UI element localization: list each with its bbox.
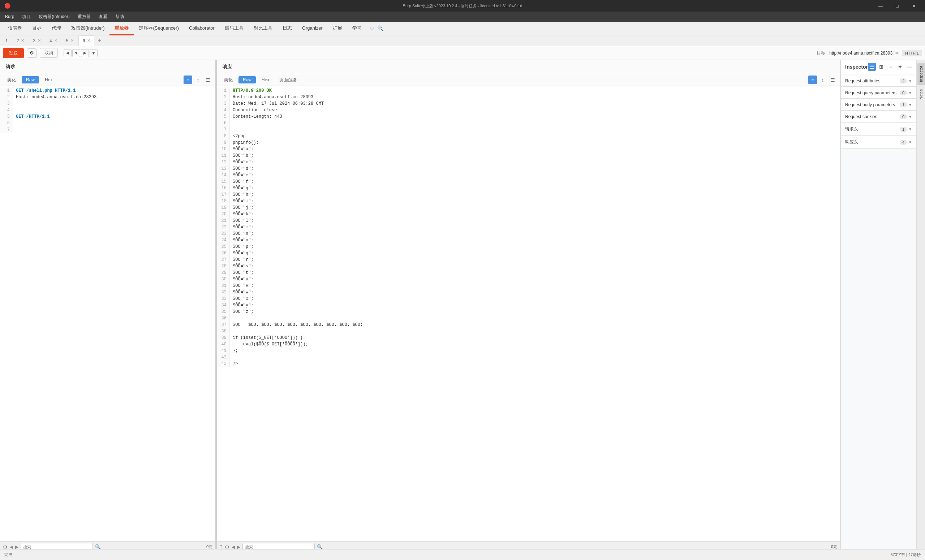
response-line-2: 2Host: node4.anna.nsctf.cn:28393 [217,94,840,101]
tab-label-1: 1 [5,38,8,44]
request-search-icon[interactable]: 🔍 [95,544,101,549]
request-line-1: 1 GET /shell.php HTTP/1.1 [0,87,215,94]
response-line-14: 14$ŌŌ="e"; [217,172,840,179]
vertical-tab-notes[interactable]: Notes [917,86,925,102]
response-arrow-left-icon[interactable]: ◀ [232,545,235,549]
nav-target[interactable]: 目标 [27,22,47,35]
tab-close-5[interactable]: ✕ [71,38,74,43]
nav-collaborator[interactable]: Collaborator [184,22,220,35]
inspector-section-right-2: 1 ▼ [900,102,912,107]
cancel-button[interactable]: 取消 [40,48,58,58]
doc-tab-2[interactable]: 2 ✕ [13,35,29,46]
main-area: 请求 美化 Raw Hex ≡ ↕ ☰ 1 GET /shell.php HTT… [0,60,925,552]
inspector-section-header-request-attributes[interactable]: Request attributes 2 ▼ [841,75,916,86]
maximize-button[interactable]: □ [889,0,905,12]
inspector-section-header-query-params[interactable]: Request query parameters 0 ▼ [841,87,916,98]
minimize-button[interactable]: — [872,0,889,12]
inspector-chevron-3: ▼ [908,115,912,119]
inspector-container: Inspector ☰ ⊞ ≡ ✦ — ✕ Request attributes [840,60,925,552]
nav-prev-button[interactable]: ◀ [63,49,72,57]
response-tab-hex[interactable]: Hex [257,76,274,83]
inspector-section-header-body-params[interactable]: Request body parameters 1 ▼ [841,99,916,110]
response-tab-raw[interactable]: Raw [238,76,256,83]
inspector-tab-align[interactable]: ≡ [887,63,895,71]
search-icon[interactable]: 🔍 [377,25,383,31]
tab-close-6[interactable]: ✕ [87,38,90,43]
edit-target-icon[interactable]: ✏ [895,51,899,56]
inspector-tab-table[interactable]: ⊞ [877,63,885,71]
settings-icon[interactable]: ⚙ [370,25,374,31]
inspector-tab-settings[interactable]: ✦ [896,63,904,71]
response-line-36: 36 [217,315,840,322]
nav-dashboard[interactable]: 仪表盘 [3,22,27,35]
add-tab-button[interactable]: + [95,35,104,46]
doc-tab-5[interactable]: 5 ✕ [62,35,78,46]
menu-intruder[interactable]: 攻击器(Intruder) [35,12,73,21]
target-label: 目标: [817,50,826,56]
doc-tab-1[interactable]: 1 [2,35,12,46]
nav-extensions[interactable]: 扩展 [328,22,347,35]
doc-tab-6[interactable]: 6 ✕ [78,35,94,46]
tab-close-3[interactable]: ✕ [38,38,41,43]
inspector-badge-query-params: 0 [900,90,907,95]
vertical-tab-inspector[interactable]: Inspector [917,63,925,85]
nav-dropdown-button[interactable]: ▼ [72,49,80,57]
nav-repeater[interactable]: 重放器 [110,22,134,35]
nav-proxy[interactable]: 代理 [47,22,66,35]
request-view-icon-1[interactable]: ≡ [184,75,192,84]
menu-burp[interactable]: Burp [2,13,18,21]
request-code-area[interactable]: 1 GET /shell.php HTTP/1.1 2 Host: node4.… [0,86,215,541]
nav-next-dropdown-button[interactable]: ▼ [90,49,98,57]
nav-next-button[interactable]: ▶ [81,49,89,57]
nav-sequencer[interactable]: 定序器(Sequencer) [134,22,184,35]
inspector-section-header-cookies[interactable]: Request cookies 0 ▼ [841,111,916,122]
response-line-29: 29$ŌŌ="t"; [217,269,840,276]
inspector-section-header-request-headers[interactable]: 请求头 1 ▼ [841,123,916,135]
inspector-tab-list[interactable]: ☰ [868,63,876,71]
response-line-19: 19$ŌŌ="j"; [217,205,840,211]
nav-organizer[interactable]: Organizer [297,22,328,35]
inspector-section-right-3: 0 ▼ [900,114,912,119]
response-line-37: 37$ŌŌ = $ŌŌ. $ŌŌ. $ŌŌ. $ŌŌ. $ŌŌ. $ŌŌ. $Ō… [217,322,840,328]
status-left: 完成 [5,552,12,557]
tab-close-4[interactable]: ✕ [54,38,57,43]
menu-view[interactable]: 查看 [95,12,111,21]
http-version-badge[interactable]: HTTP/1 [902,50,922,56]
request-tab-raw[interactable]: Raw [22,76,39,83]
send-button[interactable]: 发送 [3,48,24,58]
inspector-section-header-response-headers[interactable]: 响应头 4 ▼ [841,136,916,148]
nav-learn[interactable]: 学习 [347,22,367,35]
response-tab-render[interactable]: 页面渲染 [275,76,301,84]
nav-intruder[interactable]: 攻击器(Intruder) [66,22,110,35]
request-tab-hex[interactable]: Hex [41,76,57,83]
inspector-tab-minus[interactable]: — [905,63,913,71]
inspector-badge-body-params: 1 [900,102,907,107]
close-button[interactable]: ✕ [905,0,922,12]
request-view-icon-2[interactable]: ↕ [194,75,202,84]
tab-close-2[interactable]: ✕ [21,38,24,43]
request-arrow-left-icon[interactable]: ◀ [10,545,13,549]
menu-help[interactable]: 帮助 [111,12,128,21]
request-view-icon-3[interactable]: ☰ [204,75,212,84]
menu-repeater[interactable]: 重放器 [74,12,94,21]
request-tab-beautify[interactable]: 美化 [3,76,20,84]
response-code-area[interactable]: 1HTTP/0.9 200 OK2Host: node4.anna.nsctf.… [217,86,840,541]
response-label: 响应 [220,62,235,72]
response-arrow-right-icon[interactable]: ▶ [237,545,240,549]
nav-logger[interactable]: 日志 [277,22,297,35]
nav-comparer[interactable]: 对比工具 [249,22,277,35]
inspector-chevron-2: ▼ [908,103,912,107]
response-view-icon-2[interactable]: ↕ [818,75,827,84]
request-arrow-right-icon[interactable]: ▶ [15,545,18,549]
doc-tab-3[interactable]: 3 ✕ [29,35,45,46]
send-settings-button[interactable]: ⚙ [27,48,37,58]
inspector-section-right-1: 0 ▼ [900,90,912,95]
response-view-icon-3[interactable]: ☰ [829,75,837,84]
response-line-30: 30$ŌŌ="u"; [217,276,840,283]
nav-encoder[interactable]: 编码工具 [220,22,249,35]
response-view-icon-1[interactable]: ≡ [808,75,817,84]
response-search-icon[interactable]: 🔍 [317,544,323,549]
menu-project[interactable]: 项目 [18,12,34,21]
response-tab-beautify[interactable]: 美化 [220,76,237,84]
doc-tab-4[interactable]: 4 ✕ [45,35,62,46]
